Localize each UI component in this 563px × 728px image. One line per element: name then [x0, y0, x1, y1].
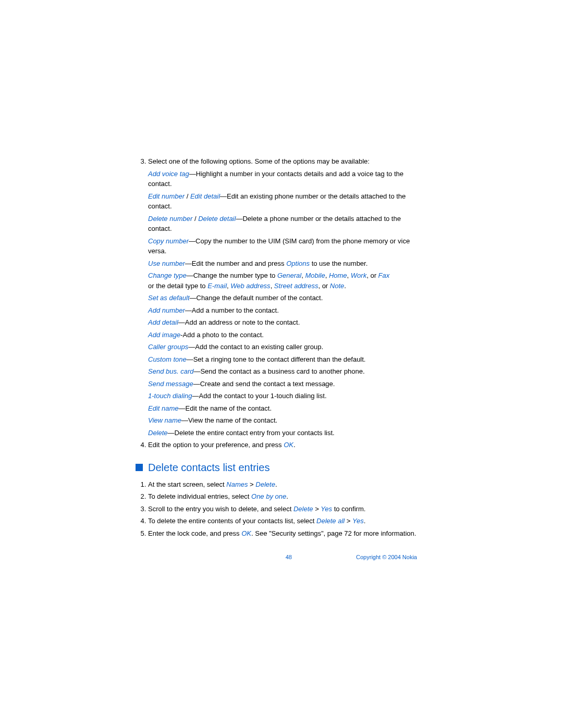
option-item: Use number—Edit the number and and press…: [148, 258, 417, 269]
option-desc: —Change the default number of the contac…: [190, 294, 323, 302]
delete-steps-list: At the start screen, select Names > Dele…: [136, 479, 417, 539]
option-desc: —Set a ringing tone to the contact diffe…: [187, 355, 366, 363]
option-term: Add image: [148, 331, 180, 339]
option-term-2: Delete detail: [198, 215, 236, 223]
option-term: Set as default: [148, 294, 190, 302]
page-number: 48: [136, 553, 292, 562]
option-term: Copy number: [148, 237, 189, 245]
option-term-2: Edit detail: [190, 192, 220, 200]
option-desc: —Add a number to the contact.: [185, 306, 279, 314]
document-page: Select one of the following options. Som…: [0, 0, 563, 728]
continued-ordered-list-4: Edit the option to your preference, and …: [136, 440, 417, 450]
option-item: Delete—Delete the entire contact entry f…: [148, 428, 417, 438]
option-item: Add image-Add a photo to the contact.: [148, 330, 417, 340]
heading-text: Delete contacts list entries: [148, 460, 270, 475]
option-item: Edit number / Edit detail—Edit an existi…: [148, 191, 417, 212]
option-term: Send bus. card: [148, 367, 193, 375]
step-3: Select one of the following options. Som…: [148, 156, 417, 167]
option-item: Change type—Change the number type to Ge…: [148, 270, 417, 291]
option-term: View name: [148, 416, 181, 424]
option-desc: —Add an address or note to the contact.: [178, 318, 300, 326]
option-term: Add detail: [148, 318, 178, 326]
option-desc: —Send the contact as a business card to …: [193, 367, 364, 375]
option-item: Add number—Add a number to the contact.: [148, 305, 417, 316]
ok-text: OK: [284, 441, 293, 449]
step-3-text: Select one of the following options. Som…: [148, 157, 370, 165]
copyright-text: Copyright © 2004 Nokia: [292, 553, 417, 562]
section-heading: Delete contacts list entries: [136, 460, 417, 475]
continued-ordered-list: Select one of the following options. Som…: [136, 156, 417, 167]
option-desc: —Change the number type to: [187, 272, 277, 279]
option-item: Set as default—Change the default number…: [148, 293, 417, 303]
option-term: Add number: [148, 306, 185, 314]
option-term: Edit number: [148, 192, 185, 200]
delete-step: At the start screen, select Names > Dele…: [148, 479, 417, 490]
option-term: Use number: [148, 260, 185, 267]
option-item: View name—View the name of the contact.: [148, 415, 417, 426]
option-term: Caller groups: [148, 343, 188, 351]
option-desc: —Add the contact to an existing caller g…: [188, 343, 323, 351]
delete-step: To delete individual entries, select One…: [148, 491, 417, 502]
delete-step: To delete the entire contents of your co…: [148, 516, 417, 526]
option-desc: —Add the contact to your 1-touch dialing…: [192, 392, 327, 400]
option-term: Edit name: [148, 404, 179, 412]
option-term: Delete: [148, 429, 168, 437]
square-bullet-icon: [136, 464, 143, 471]
delete-step: Enter the lock code, and press OK. See "…: [148, 528, 417, 539]
option-desc: -Add a photo to the contact.: [180, 331, 264, 339]
option-item: Send bus. card—Send the contact as a bus…: [148, 366, 417, 377]
option-term: 1-touch dialing: [148, 392, 192, 400]
page-footer: 48 Copyright © 2004 Nokia: [136, 553, 417, 562]
step-4-pre: Edit the option to your preference, and …: [148, 441, 284, 449]
option-item: Add voice tag—Highlight a number in your…: [148, 169, 417, 189]
option-desc: —Create and send the contact a text mess…: [193, 380, 335, 388]
option-desc: —Edit the name of the contact.: [179, 404, 272, 412]
option-term: Custom tone: [148, 355, 187, 363]
option-item: Edit name—Edit the name of the contact.: [148, 403, 417, 414]
option-desc: —Edit the number and and press: [185, 260, 286, 267]
option-item: Delete number / Delete detail—Delete a p…: [148, 214, 417, 234]
option-term: Send message: [148, 380, 193, 388]
option-item: 1-touch dialing—Add the contact to your …: [148, 391, 417, 401]
option-desc: —View the name of the contact.: [181, 416, 277, 424]
step-4: Edit the option to your preference, and …: [148, 440, 417, 450]
option-term: Change type: [148, 272, 187, 279]
option-item: Copy number—Copy the number to the UIM (…: [148, 236, 417, 256]
options-block: Add voice tag—Highlight a number in your…: [136, 169, 417, 438]
option-item: Send message—Create and send the contact…: [148, 379, 417, 389]
option-item: Caller groups—Add the contact to an exis…: [148, 342, 417, 352]
option-term: Delete number: [148, 215, 192, 223]
option-desc: —Delete the entire contact entry from yo…: [168, 429, 335, 437]
option-item: Add detail—Add an address or note to the…: [148, 317, 417, 328]
step-4-post: .: [293, 441, 296, 449]
option-term: Add voice tag: [148, 170, 189, 178]
option-item: Custom tone—Set a ringing tone to the co…: [148, 354, 417, 365]
delete-step: Scroll to the entry you wish to delete, …: [148, 504, 417, 514]
